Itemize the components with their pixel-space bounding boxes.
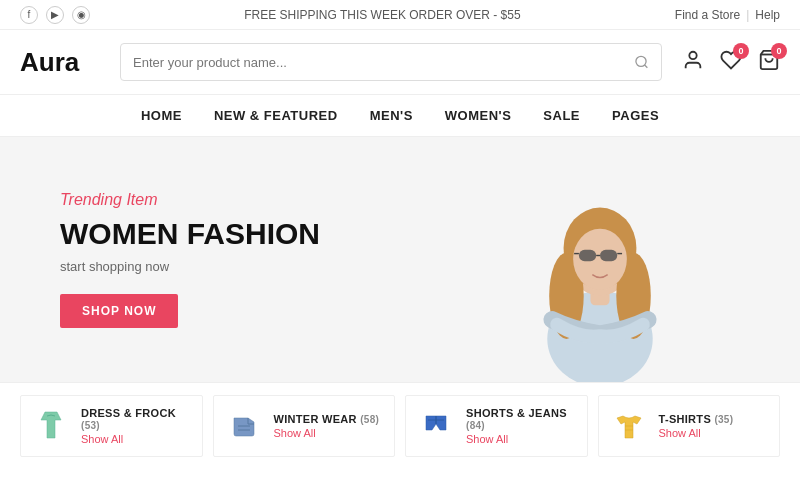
cart-icon-wrap[interactable]: 0 <box>758 49 780 75</box>
hero-section: Trending Item WOMEN FASHION start shoppi… <box>0 137 800 382</box>
instagram-icon[interactable]: ◉ <box>72 6 90 24</box>
category-dress-frock[interactable]: DRESS & FROCK (53) Show All <box>20 395 203 457</box>
svg-rect-11 <box>579 250 596 262</box>
facebook-icon[interactable]: f <box>20 6 38 24</box>
hero-content: Trending Item WOMEN FASHION start shoppi… <box>60 191 460 328</box>
nav-pages[interactable]: PAGES <box>612 108 659 123</box>
category-tshirts-info: T-SHIRTS (35) Show All <box>659 413 734 439</box>
account-icon <box>682 49 704 71</box>
help-link[interactable]: Help <box>755 8 780 22</box>
top-links: Find a Store | Help <box>675 8 780 22</box>
tshirts-name: T-SHIRTS (35) <box>659 413 734 425</box>
category-winter-wear-info: WINTER WEAR (58) Show All <box>274 413 380 439</box>
social-icons: f ▶ ◉ <box>20 6 90 24</box>
svg-point-2 <box>689 52 696 59</box>
hero-trending-label: Trending Item <box>60 191 460 209</box>
find-store-link[interactable]: Find a Store <box>675 8 740 22</box>
top-bar: f ▶ ◉ FREE SHIPPING THIS WEEK ORDER OVER… <box>0 0 800 30</box>
nav-sale[interactable]: SALE <box>543 108 580 123</box>
category-dress-frock-info: DRESS & FROCK (53) Show All <box>81 407 192 445</box>
wishlist-icon-wrap[interactable]: 0 <box>720 49 742 75</box>
svg-line-1 <box>644 65 647 68</box>
shorts-jeans-show-all[interactable]: Show All <box>466 433 577 445</box>
divider: | <box>746 8 749 22</box>
category-shorts-jeans-info: SHORTS & JEANS (84) Show All <box>466 407 577 445</box>
logo[interactable]: Aura <box>20 47 100 78</box>
header: Aura 0 0 <box>0 30 800 95</box>
nav-new-featured[interactable]: NEW & FEATURED <box>214 108 338 123</box>
search-icon[interactable] <box>634 54 649 70</box>
category-shorts-jeans[interactable]: SHORTS & JEANS (84) Show All <box>405 395 588 457</box>
nav-mens[interactable]: MEN'S <box>370 108 413 123</box>
search-input[interactable] <box>133 55 626 70</box>
nav-womens[interactable]: WOMEN'S <box>445 108 512 123</box>
category-bar: DRESS & FROCK (53) Show All WINTER WEAR … <box>0 382 800 469</box>
tshirts-icon <box>609 406 649 446</box>
nav-home[interactable]: HOME <box>141 108 182 123</box>
wishlist-badge: 0 <box>733 43 749 59</box>
search-bar[interactable] <box>120 43 662 81</box>
category-winter-wear[interactable]: WINTER WEAR (58) Show All <box>213 395 396 457</box>
winter-wear-name: WINTER WEAR (58) <box>274 413 380 425</box>
youtube-icon[interactable]: ▶ <box>46 6 64 24</box>
category-tshirts[interactable]: T-SHIRTS (35) Show All <box>598 395 781 457</box>
main-nav: HOME NEW & FEATURED MEN'S WOMEN'S SALE P… <box>0 95 800 137</box>
dress-frock-icon <box>31 406 71 446</box>
cart-badge: 0 <box>771 43 787 59</box>
shorts-jeans-icon <box>416 406 456 446</box>
hero-title: WOMEN FASHION <box>60 217 460 251</box>
promo-text: FREE SHIPPING THIS WEEK ORDER OVER - $55 <box>244 8 521 22</box>
winter-wear-show-all[interactable]: Show All <box>274 427 380 439</box>
hero-image <box>460 137 740 382</box>
hero-woman-illustration <box>500 152 700 382</box>
hero-subtitle: start shopping now <box>60 259 460 274</box>
winter-wear-icon <box>224 406 264 446</box>
shop-now-button[interactable]: SHOP NOW <box>60 294 178 328</box>
svg-rect-12 <box>600 250 617 262</box>
svg-point-0 <box>636 56 646 66</box>
header-icons: 0 0 <box>682 49 780 75</box>
tshirts-show-all[interactable]: Show All <box>659 427 734 439</box>
dress-frock-show-all[interactable]: Show All <box>81 433 192 445</box>
dress-frock-name: DRESS & FROCK (53) <box>81 407 192 431</box>
account-icon-wrap[interactable] <box>682 49 704 75</box>
shorts-jeans-name: SHORTS & JEANS (84) <box>466 407 577 431</box>
